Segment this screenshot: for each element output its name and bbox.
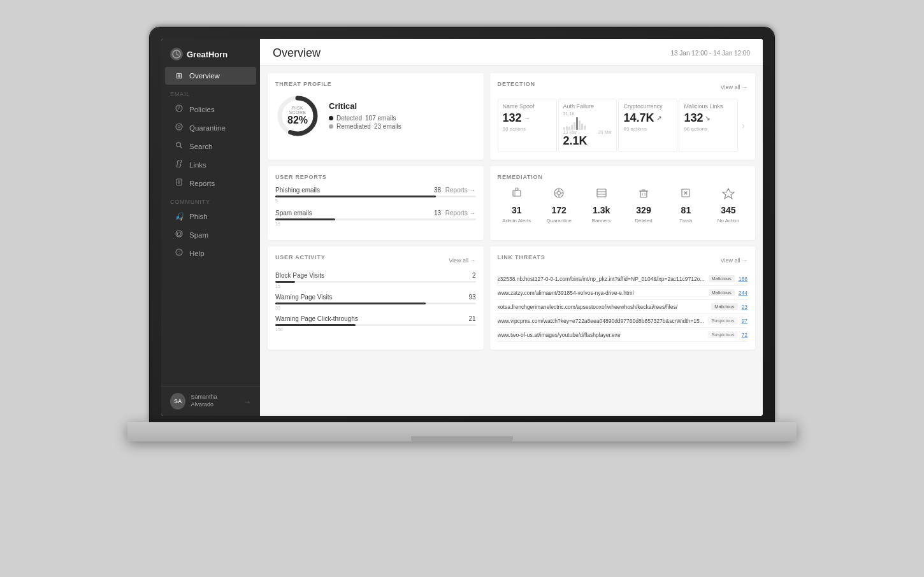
bar-4: [571, 125, 573, 130]
sidebar-item-overview[interactable]: ⊞ Overview: [165, 67, 256, 85]
reports-icon: [174, 178, 184, 188]
link-row-0: z32538.nb.host127-0-0-1.com/bins/int/np_…: [498, 272, 747, 286]
link-count-3[interactable]: 97: [742, 318, 747, 324]
link-threats-header: LINK THREATS View all →: [498, 254, 747, 267]
quarantine-rem-label: Quarantine: [546, 218, 572, 224]
svg-rect-16: [513, 190, 521, 196]
link-badge-4: Suspicious: [708, 331, 737, 338]
bar-6: [576, 117, 578, 130]
detection-chevron[interactable]: ›: [739, 99, 747, 152]
warning-page-visits-row: Warning Page Visits 93 33: [275, 294, 476, 310]
warning-page-value: 93: [468, 294, 475, 301]
detection-item-authfailure: Auth Failure 31.1K: [558, 99, 617, 152]
svg-point-2: [176, 124, 182, 130]
detection-view-all[interactable]: View all →: [721, 84, 747, 90]
cryptocurrency-trend: ↗: [656, 115, 661, 122]
sidebar-bottom: SA Samantha Alvarado →: [161, 386, 260, 416]
phish-icon: 🎣: [174, 212, 184, 221]
help-label: Help: [189, 250, 205, 257]
svg-point-11: [177, 232, 181, 236]
main-body: THREAT PROFILE RISK SCORE 82%: [260, 66, 763, 357]
link-badge-2: Malicious: [711, 303, 737, 310]
spam-progress-track: [275, 218, 476, 220]
admin-alerts-icon: [510, 187, 523, 203]
svg-marker-36: [723, 189, 734, 199]
remediation-deleted: 329 Deleted: [624, 187, 663, 224]
spam-report-row: Spam emails 13 Reports → 15: [275, 210, 476, 226]
logo-text: GreatHorn: [187, 50, 227, 59]
detection-title: DETECTION: [498, 81, 535, 87]
phishing-report-info: 38 Reports →: [434, 187, 476, 194]
link-count-0[interactable]: 166: [739, 276, 747, 282]
no-action-value: 345: [721, 205, 735, 215]
link-count-4[interactable]: 72: [742, 332, 747, 338]
svg-point-10: [176, 231, 182, 237]
detection-items: Name Spoof 132 → 98 actions Auth Failure: [498, 99, 747, 152]
search-label: Search: [189, 143, 212, 150]
sidebar-item-reports[interactable]: Reports: [165, 174, 256, 192]
remediation-title: REMEDIATION: [498, 174, 747, 180]
banners-icon: [595, 187, 608, 203]
threat-severity: Critical: [329, 101, 401, 111]
link-threats-view-all[interactable]: View all →: [721, 257, 747, 264]
laptop-base: [127, 422, 797, 441]
sidebar-item-search[interactable]: Search: [165, 137, 256, 155]
sidebar-item-help[interactable]: ? Help: [165, 244, 256, 262]
cryptocurrency-value: 14.7K ↗: [623, 111, 672, 125]
bar-7: [579, 120, 581, 130]
link-url-4: www.two-of-us.at/images/youtube/d/flashp…: [498, 332, 705, 338]
sidebar-item-policies[interactable]: Policies: [165, 100, 256, 118]
remediation-no-action: 345 No Action: [709, 187, 747, 224]
avatar: SA: [170, 393, 185, 410]
main-content: Overview 13 Jan 12:00 - 14 Jan 12:00 THR…: [260, 39, 763, 416]
reports-label: Reports: [189, 180, 215, 187]
spam-label: Spam: [189, 231, 208, 239]
link-badge-3: Suspicious: [708, 317, 737, 324]
warning-page-track: [275, 303, 476, 304]
deleted-label: Deleted: [635, 218, 653, 224]
date-range: 13 Jan 12:00 - 14 Jan 12:00: [670, 50, 750, 57]
screen-bezel: GreatHorn ⊞ Overview EMAIL Policies: [150, 27, 774, 422]
phishing-reports-link[interactable]: Reports →: [445, 187, 476, 194]
sidebar-item-links[interactable]: Links: [165, 155, 256, 174]
sidebar-item-quarantine[interactable]: Quarantine: [165, 118, 256, 137]
main-header: Overview 13 Jan 12:00 - 14 Jan 12:00: [260, 39, 763, 66]
detection-item-namespoof: Name Spoof 132 → 98 actions: [498, 99, 557, 152]
auth-failure-dates: 13 Mar 20 Mar: [563, 130, 612, 134]
banners-label: Banners: [592, 218, 611, 224]
spam-icon: [174, 230, 184, 239]
cryptocurrency-label: Cryptocurrency: [623, 103, 672, 110]
phishing-progress-track: [275, 196, 476, 197]
community-section-label: COMMUNITY: [161, 192, 260, 208]
detection-card: DETECTION View all → Name Spoof 132 → 98…: [490, 73, 755, 160]
link-count-1[interactable]: 244: [739, 290, 747, 296]
deleted-icon: [637, 187, 650, 203]
sidebar-item-spam[interactable]: Spam: [165, 225, 256, 244]
detection-name-spoof-value: 132 →: [503, 111, 552, 125]
phishing-progress-fill: [275, 196, 436, 197]
remediation-trash: 81 Trash: [667, 187, 705, 224]
activity-view-all[interactable]: View all →: [449, 257, 475, 264]
spam-reports-link[interactable]: Reports →: [445, 210, 476, 217]
risk-label: RISK SCORE: [287, 106, 309, 115]
quarantine-icon: [174, 123, 184, 132]
link-url-1: www.zatzy.com/alimaent/391854-volvos-nya…: [498, 290, 705, 296]
threat-remediated: Remediated 23 emails: [329, 123, 401, 130]
link-row-3: www.vipcpms.com/watch?key=e722a8eea04890…: [498, 314, 747, 328]
svg-point-17: [516, 188, 518, 190]
link-count-2[interactable]: 23: [742, 304, 747, 310]
warning-page-header: Warning Page Visits 93: [275, 294, 476, 301]
clickthrough-value: 21: [468, 315, 475, 322]
detection-item-cryptocurrency: Cryptocurrency 14.7K ↗ 69 actions: [618, 99, 677, 152]
malicious-links-trend: ↘: [705, 115, 710, 122]
sidebar-item-phish[interactable]: 🎣 Phish: [165, 208, 256, 225]
block-page-fill: [275, 281, 295, 283]
user-reports-title: USER REPORTS: [275, 174, 476, 180]
bar-5: [574, 122, 575, 130]
email-section-label: EMAIL: [161, 85, 260, 100]
malicious-links-value: 132 ↘: [684, 111, 733, 125]
svg-line-5: [180, 146, 182, 148]
logout-icon[interactable]: →: [243, 397, 251, 406]
links-icon: [174, 160, 184, 169]
remediation-card: REMEDIATION 31: [490, 166, 755, 240]
